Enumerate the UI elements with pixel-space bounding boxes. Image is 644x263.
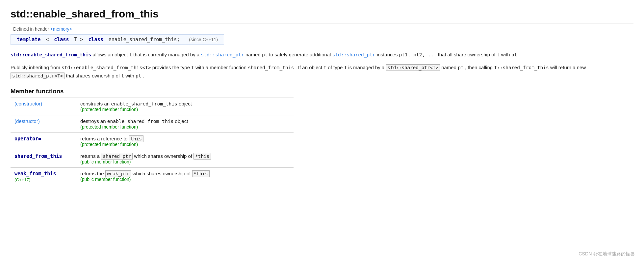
member-name-shared-from-this: shared_from_this: [11, 150, 76, 168]
inline-weak-ptr-box: weak_ptr: [105, 170, 131, 177]
member-name-weak-from-this: weak_from_this (C++17): [11, 168, 76, 186]
description-2: Publicly inheriting from std::enable_sha…: [11, 64, 633, 80]
template-declaration: template< class T > class enable_shared_…: [11, 34, 224, 45]
member-name-operator-assign: operator=: [11, 133, 76, 150]
inline-shared-ptr-box: shared_ptr: [101, 153, 133, 160]
member-name-destructor: (destructor): [11, 115, 76, 133]
inline-this-2: *this: [193, 153, 211, 160]
inline-code-shared-ptr-2: std::shared_ptr<T>: [11, 73, 64, 79]
table-row: (destructor) destroys an enable_shared_f…: [11, 115, 294, 133]
defined-in: Defined in header <memory>: [11, 27, 633, 32]
member-desc-shared-from-this: returns a shared_ptr which shares owners…: [76, 150, 294, 168]
member-name-constructor: (constructor): [11, 98, 76, 115]
description-1: std::enable_shared_from_this allows an o…: [11, 51, 633, 59]
member-desc-constructor: constructs an enable_shared_from_this ob…: [76, 98, 294, 115]
class-name: enable_shared_from_this: [33, 8, 159, 20]
table-row: weak_from_this (C++17) returns the weak_…: [11, 168, 294, 186]
member-desc-weak-from-this: returns the weak_ptr which shares owners…: [76, 168, 294, 186]
inline-this-3: *this: [192, 170, 210, 177]
table-row: operator= returns a reference to this (p…: [11, 133, 294, 150]
since-label: (since C++11): [189, 37, 218, 42]
member-functions-title: Member functions: [11, 88, 633, 95]
table-row: (constructor) constructs an enable_share…: [11, 98, 294, 115]
inline-code-shared-ptr: std::shared_ptr<T>: [386, 64, 440, 71]
namespace-prefix: std::: [11, 8, 33, 20]
member-desc-operator-assign: returns a reference to this (protected m…: [76, 133, 294, 150]
page-title: std::enable_shared_from_this: [11, 8, 633, 23]
inline-this-1: this: [129, 135, 143, 142]
memory-header-link[interactable]: <memory>: [50, 27, 72, 32]
member-functions-table: (constructor) constructs an enable_share…: [11, 98, 294, 185]
template-keyword: template: [17, 37, 40, 43]
member-desc-destructor: destroys an enable_shared_from_this obje…: [76, 115, 294, 133]
table-row: shared_from_this returns a shared_ptr wh…: [11, 150, 294, 168]
